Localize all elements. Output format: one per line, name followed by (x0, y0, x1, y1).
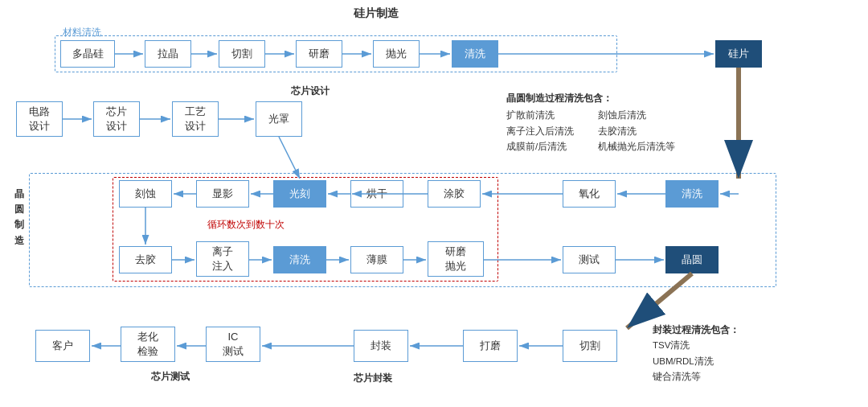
box-oxidize: 氧化 (563, 180, 616, 208)
wafer-note-item-1: 离子注入后清洗 (506, 124, 583, 140)
box-dice: 切割 (563, 330, 617, 362)
pkg-note-1: UBM/RDL清洗 (653, 354, 739, 370)
box-clean-r1: 清洗 (452, 40, 498, 68)
box-test-wafer: 测试 (563, 246, 616, 273)
chip-package-label: 芯片封装 (354, 372, 392, 385)
wafer-note-item-5: 机械抛光后清洗等 (598, 139, 675, 155)
package-clean-note: 封装过程清洗包含： TSV清洗 UBM/RDL清洗 键合清洗等 (653, 322, 739, 385)
wafer-clean-note: 晶圆制造过程清洗包含： 扩散前清洗 刻蚀后清洗 离子注入后清洗 去胶清洗 成膜前… (506, 90, 675, 155)
box-wafer-done: 晶圆 (665, 246, 719, 273)
package-clean-title: 封装过程清洗包含： (653, 322, 739, 338)
box-bake: 烘干 (350, 180, 403, 208)
box-burn-in: 老化 检验 (121, 327, 175, 362)
box-ic-test: IC 测试 (206, 327, 260, 362)
box-package: 封装 (354, 330, 408, 362)
box-clean-r3: 清洗 (665, 180, 719, 208)
box-crystal: 拉晶 (145, 40, 191, 68)
box-develop: 显影 (196, 180, 249, 208)
cycle-label: 循环数次到数十次 (207, 219, 285, 231)
wafer-note-item-0: 扩散前清洗 (506, 108, 583, 124)
chip-design-label: 芯片设计 (291, 84, 330, 98)
main-title: 硅片制造 (354, 6, 399, 21)
diagram: 硅片制造 材料清洗 多晶硅 拉晶 切割 研磨 抛光 清洗 硅片 芯片设计 电路 … (0, 0, 868, 407)
box-photomask: 光罩 (256, 101, 302, 137)
box-clean-r4: 清洗 (273, 246, 326, 273)
pkg-note-2: 键合清洗等 (653, 369, 739, 385)
box-polish: 抛光 (373, 40, 420, 68)
box-cut: 切割 (219, 40, 265, 68)
wafer-fab-label: 晶 圆 制 造 (11, 187, 27, 249)
box-grind2: 打磨 (463, 330, 518, 362)
box-circuit-design: 电路 设计 (16, 101, 63, 137)
box-strip: 去胶 (119, 246, 172, 273)
box-customer: 客户 (35, 330, 90, 362)
wafer-note-item-4: 去胶清洗 (598, 124, 675, 140)
box-process-design: 工艺 设计 (172, 101, 219, 137)
box-chip-design: 芯片 设计 (93, 101, 140, 137)
wafer-note-item-3: 刻蚀后清洗 (598, 108, 675, 124)
box-polysilicon: 多晶硅 (60, 40, 115, 68)
chip-test-label: 芯片测试 (151, 370, 190, 384)
box-wafer: 硅片 (715, 40, 762, 68)
wafer-clean-title: 晶圆制造过程清洗包含： (506, 90, 675, 106)
box-thin-film: 薄膜 (350, 246, 403, 273)
box-grind: 研磨 (296, 40, 342, 68)
pkg-note-0: TSV清洗 (653, 338, 739, 354)
box-coat: 涂胶 (428, 180, 481, 208)
box-cmp: 研磨 抛光 (428, 241, 484, 277)
box-etch: 刻蚀 (119, 180, 172, 208)
wafer-note-item-2: 成膜前/后清洗 (506, 139, 583, 155)
box-litho: 光刻 (273, 180, 326, 208)
box-ion-implant: 离子 注入 (196, 241, 249, 277)
